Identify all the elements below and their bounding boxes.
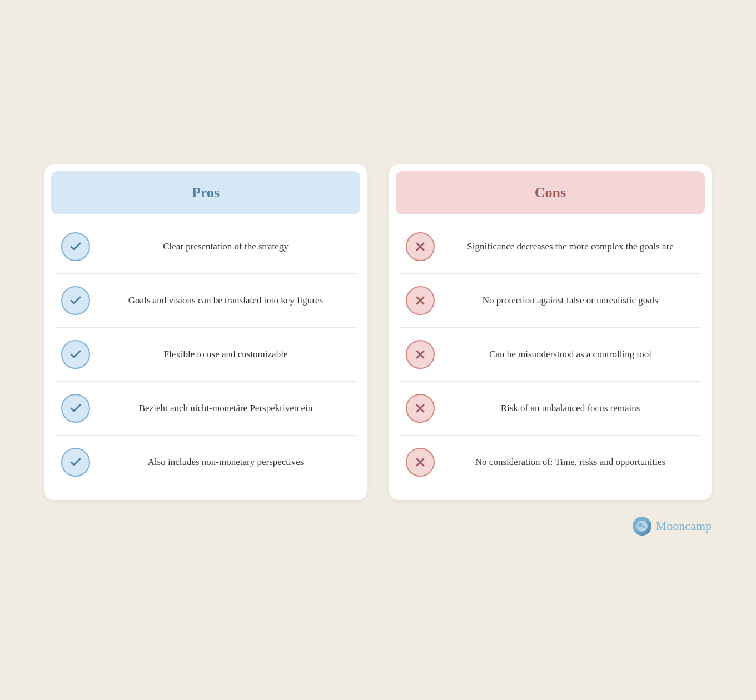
pros-header: Pros xyxy=(51,171,360,214)
con-item-text: Risk of an unbalanced focus remains xyxy=(446,401,695,416)
pro-item-text: Bezieht auch nicht-monetäre Perspektiven… xyxy=(101,401,350,416)
check-icon xyxy=(61,286,90,315)
list-item: Flexible to use and customizable xyxy=(56,328,356,382)
check-icon xyxy=(61,232,90,261)
list-item: No consideration of: Time, risks and opp… xyxy=(400,436,700,489)
svg-point-10 xyxy=(636,521,648,532)
pro-item-text: Flexible to use and customizable xyxy=(101,347,350,362)
x-icon xyxy=(406,394,435,423)
footer: Mooncamp xyxy=(44,517,712,536)
list-item: Risk of an unbalanced focus remains xyxy=(400,382,700,436)
con-item-text: Significance decreases the more complex … xyxy=(446,239,695,254)
con-item-text: No consideration of: Time, risks and opp… xyxy=(446,455,695,469)
cons-header: Cons xyxy=(396,171,705,214)
svg-point-11 xyxy=(638,523,642,527)
main-container: Pros Clear presentation of the strategy … xyxy=(44,164,712,500)
cons-column: Cons Significance decreases the more com… xyxy=(389,164,712,500)
check-icon xyxy=(61,448,90,477)
list-item: Clear presentation of the strategy xyxy=(56,220,356,274)
list-item: Bezieht auch nicht-monetäre Perspektiven… xyxy=(56,382,356,436)
list-item: Significance decreases the more complex … xyxy=(400,220,700,274)
brand-name: Mooncamp xyxy=(656,519,712,533)
pro-item-text: Also includes non-monetary perspectives xyxy=(101,455,350,469)
list-item: Goals and visions can be translated into… xyxy=(56,274,356,328)
x-icon xyxy=(406,448,435,477)
list-item: Also includes non-monetary perspectives xyxy=(56,436,356,489)
con-item-text: No protection against false or unrealist… xyxy=(446,293,695,308)
check-icon xyxy=(61,394,90,423)
x-icon xyxy=(406,232,435,261)
brand-logo: Mooncamp xyxy=(633,517,712,536)
pro-item-text: Goals and visions can be translated into… xyxy=(101,293,350,308)
x-icon xyxy=(406,340,435,369)
list-item: Can be misunderstood as a controlling to… xyxy=(400,328,700,382)
cons-list: Significance decreases the more complex … xyxy=(389,214,712,500)
x-icon xyxy=(406,286,435,315)
pros-column: Pros Clear presentation of the strategy … xyxy=(44,164,367,500)
pro-item-text: Clear presentation of the strategy xyxy=(101,239,350,254)
check-icon xyxy=(61,340,90,369)
pros-list: Clear presentation of the strategy Goals… xyxy=(44,214,367,500)
mooncamp-icon xyxy=(633,517,651,536)
list-item: No protection against false or unrealist… xyxy=(400,274,700,328)
svg-point-12 xyxy=(643,526,645,528)
con-item-text: Can be misunderstood as a controlling to… xyxy=(446,347,695,362)
